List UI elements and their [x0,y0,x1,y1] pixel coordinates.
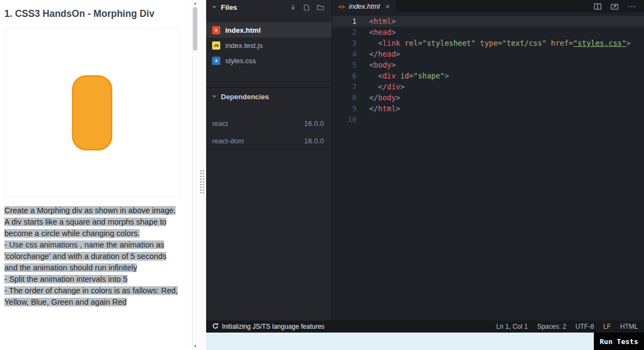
code-text: </div> [357,81,405,92]
description-paragraph: - Use css animations , name the animatio… [4,239,179,274]
status-right: Ln 1, Col 1Spaces: 2UTF-8LFHTML [496,323,638,330]
code-line-4[interactable]: 4</head> [332,49,644,59]
code-line-2[interactable]: 2<head> [332,27,644,38]
code-line-6[interactable]: 6 <div id="shape"> [332,70,644,81]
workspace: Files 5index.htmlJSindex.test.js3styles.… [206,0,644,350]
dependency-name: react-dom [212,137,244,145]
status-item[interactable]: Ln 1, Col 1 [496,323,528,330]
dependency-list: react16.0.0react-dom16.0.0 [206,114,332,150]
file-name: styles.css [225,57,256,65]
files-header-label: Files [221,3,237,11]
chevron-down-icon[interactable] [212,95,216,98]
status-item[interactable]: UTF-8 [575,323,594,330]
code-text: </body> [357,92,400,103]
download-icon[interactable] [290,4,296,11]
task-description: Create a Morphing div as shown in above … [4,205,179,308]
dependency-item-react[interactable]: react16.0.0 [206,114,332,132]
bottom-bar: Run Tests [206,333,644,350]
description-paragraph: - Split the animation intervals into 5 [4,274,179,285]
scroll-up-icon[interactable]: ▲ [192,0,198,7]
line-number: 8 [332,92,357,103]
dependencies-header-label: Dependencies [221,93,269,101]
split-editor-icon[interactable] [594,3,601,10]
new-folder-icon[interactable] [317,4,324,10]
js-file-icon: JS [212,41,220,50]
status-message: Initializing JS/TS language features [222,323,324,330]
code-text: </html> [357,103,400,114]
chevron-down-icon[interactable] [212,6,216,9]
code-line-7[interactable]: 7 </div> [332,81,644,92]
dependency-version: 16.0.0 [304,119,324,128]
dependency-name: react [212,119,228,128]
code-text: </head> [357,49,400,59]
description-paragraph: - The order of change in colors is as fa… [4,285,179,308]
code-line-5[interactable]: 5<body> [332,59,644,70]
file-list: 5index.htmlJSindex.test.js3styles.css [206,22,332,68]
panel-resizer[interactable] [198,0,206,350]
css-file-icon: 3 [212,57,220,65]
code-text: <div id="shape"> [357,70,449,81]
resizer-grip-icon[interactable] [200,170,205,194]
code-line-9[interactable]: 9</html> [332,103,644,114]
line-number: 4 [332,49,357,59]
code-text: <body> [357,59,396,70]
status-item[interactable]: HTML [620,323,638,330]
line-number: 3 [332,38,357,49]
file-name: index.html [225,26,261,34]
morphing-shape [72,75,112,150]
description-paragraph: Create a Morphing div as shown in above … [4,205,179,216]
task-panel: 1. CSS3 HandsOn - Morphing Div Create a … [0,0,192,350]
status-item[interactable]: Spaces: 2 [537,323,566,330]
code-line-1[interactable]: 1<html> [332,16,644,27]
file-item-styles.css[interactable]: 3styles.css [206,53,332,68]
sync-icon [212,323,219,331]
scrollbar-thumb[interactable] [193,7,197,51]
html-file-icon: 5 [212,26,220,34]
line-number: 6 [332,70,357,81]
code-text [357,114,369,125]
tab-label: index.html [349,3,380,10]
task-image [4,28,180,197]
files-header: Files [206,0,332,15]
line-number: 2 [332,27,357,38]
more-actions-icon[interactable]: ⋯ [628,2,636,11]
open-preview-icon[interactable] [611,3,618,10]
code-editor: <> index.html × ⋯ 1<html>2<head>3 <link … [332,0,644,321]
code-line-8[interactable]: 8</body> [332,92,644,103]
line-number: 10 [332,114,357,125]
code-line-10[interactable]: 10 [332,114,644,125]
code-lines[interactable]: 1<html>2<head>3 <link rel="stylesheet" t… [332,13,644,321]
code-text: <head> [357,27,396,38]
line-number: 5 [332,59,357,70]
dependency-item-react-dom[interactable]: react-dom16.0.0 [206,132,332,149]
file-item-index.html[interactable]: 5index.html [206,22,332,38]
description-paragraph: A div starts like a square and morphs sh… [4,216,179,239]
file-item-index.test.js[interactable]: JSindex.test.js [206,38,332,53]
line-number: 1 [332,16,357,27]
tab-index-html[interactable]: <> index.html × [332,0,396,13]
run-tests-button[interactable]: Run Tests [594,333,644,350]
code-tag-icon: <> [338,3,345,10]
file-name: index.test.js [225,41,263,50]
editor-tab-bar: <> index.html × ⋯ [332,0,644,13]
task-title: 1. CSS3 HandsOn - Morphing Div [4,8,192,20]
new-file-icon[interactable] [304,4,309,11]
line-number: 7 [332,81,357,92]
scroll-down-icon[interactable]: ▼ [192,343,198,349]
task-panel-scrollbar[interactable]: ▲ ▼ [192,0,198,350]
dependency-version: 16.0.0 [304,137,324,145]
code-line-3[interactable]: 3 <link rel="stylesheet" type="text/css"… [332,38,644,49]
close-icon[interactable]: × [386,3,390,10]
code-text: <html> [357,16,396,27]
code-text: <link rel="stylesheet" type="text/css" h… [357,38,631,49]
status-item[interactable]: LF [603,323,611,330]
status-bar: Initializing JS/TS language features Ln … [206,321,644,333]
line-number: 9 [332,103,357,114]
dependencies-header[interactable]: Dependencies [206,87,332,105]
files-sidebar: Files 5index.htmlJSindex.test.js3styles.… [206,0,332,321]
